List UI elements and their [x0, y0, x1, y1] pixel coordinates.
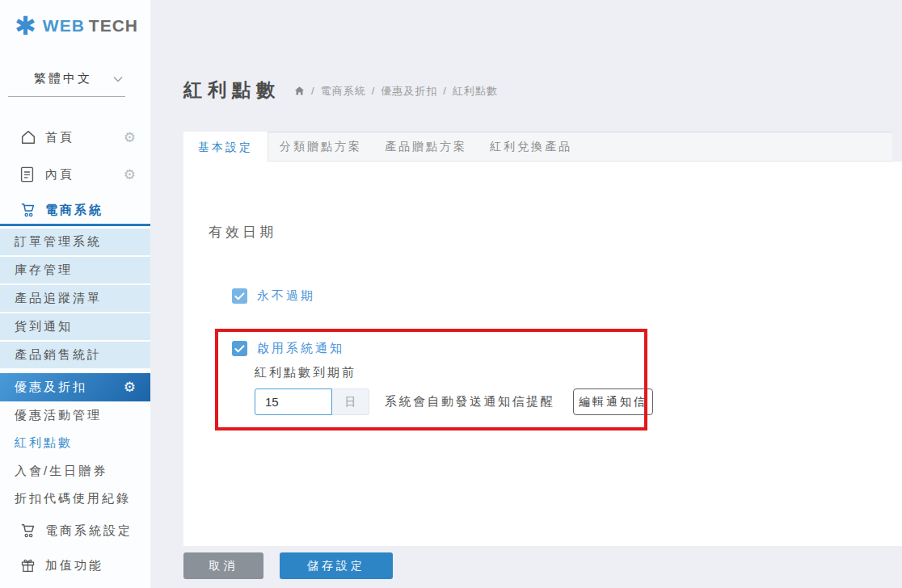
sidebar-subitem-bonus-points[interactable]: 紅利點數	[0, 429, 150, 456]
breadcrumb: / 電商系統 / 優惠及折扣 / 紅利點數	[293, 84, 498, 99]
language-underline	[8, 96, 125, 97]
home-icon	[19, 128, 37, 146]
sidebar-subitem-product-tracking[interactable]: 產品追蹤清單	[0, 285, 150, 312]
never-expire-checkbox-row[interactable]: 永不過期	[232, 288, 315, 304]
sidebar-subitem-sales-stats[interactable]: 產品銷售統計	[0, 342, 150, 368]
home-icon[interactable]	[293, 85, 306, 97]
sidebar-item-label: 加值功能	[45, 558, 103, 573]
sidebar: ✱ WEB TECH 繁體中文 首頁 ⚙ 內頁 ⚙ 電	[0, 0, 150, 588]
breadcrumb-separator: /	[443, 85, 447, 97]
breadcrumb-separator: /	[372, 85, 376, 97]
sidebar-item-ecommerce-settings[interactable]: 電商系統設定	[0, 516, 150, 545]
cart-icon	[19, 523, 37, 539]
checkbox-checked-icon[interactable]	[232, 288, 247, 304]
sidebar-subitem-membership-birthday-coupon[interactable]: 入會/生日贈券	[0, 457, 150, 485]
never-expire-label: 永不過期	[257, 288, 315, 304]
tab-bar: 基本設定 分類贈點方案 產品贈點方案 紅利兌換產品	[183, 132, 892, 162]
chevron-down-icon	[113, 76, 123, 82]
sidebar-subitem-arrival-notice[interactable]: 貨到通知	[0, 313, 150, 340]
tab-basic-settings[interactable]: 基本設定	[183, 132, 268, 163]
notify-days-row: 日 系統會自動發送通知信提醒 編輯通知信	[255, 388, 653, 415]
asterisk-icon: ✱	[15, 11, 36, 40]
sidebar-item-label: 電商系統設定	[45, 523, 133, 539]
footer-action-bar: 取消 儲存設定	[150, 546, 902, 588]
tab-category-bonus-plan[interactable]: 分類贈點方案	[268, 132, 373, 161]
gear-icon[interactable]: ⚙	[124, 380, 136, 394]
sidebar-item-inner-pages[interactable]: 內頁 ⚙	[0, 160, 150, 189]
sidebar-subitem-order-management[interactable]: 訂單管理系統	[0, 229, 150, 255]
sidebar-item-label: 首頁	[45, 130, 74, 145]
system-notify-label: 啟用系統通知	[257, 341, 344, 356]
notify-hint-text: 系統會自動發送通知信提醒	[385, 394, 554, 410]
tab-bonus-redeem-products[interactable]: 紅利兌換產品	[478, 132, 584, 161]
checkbox-checked-icon[interactable]	[232, 341, 247, 356]
language-selector[interactable]: 繁體中文	[34, 71, 123, 86]
gear-icon[interactable]: ⚙	[124, 131, 136, 145]
language-value: 繁體中文	[34, 71, 92, 86]
tab-product-bonus-plan[interactable]: 產品贈點方案	[373, 132, 478, 161]
breadcrumb-item-ecommerce[interactable]: 電商系統	[321, 84, 366, 99]
sidebar-subitem-discounts[interactable]: 優惠及折扣 ⚙	[0, 373, 150, 401]
screen: ✱ WEB TECH 繁體中文 首頁 ⚙ 內頁 ⚙ 電	[0, 0, 902, 588]
page-title: 紅利點數	[183, 79, 280, 102]
before-expire-label: 紅利點數到期前	[255, 365, 356, 380]
section-title-valid-date: 有效日期	[209, 223, 276, 242]
settings-panel: 有效日期 永不過期 啟用系統通知 紅利點數到期前 日 系統會自動發送通知信提醒 …	[183, 162, 902, 546]
save-settings-button[interactable]: 儲存設定	[280, 552, 393, 579]
edit-notification-mail-button[interactable]: 編輯通知信	[573, 388, 653, 415]
sidebar-subitem-inventory[interactable]: 庫存管理	[0, 257, 150, 284]
cancel-button[interactable]: 取消	[183, 552, 263, 579]
sidebar-item-ecommerce[interactable]: 電商系統	[0, 195, 150, 225]
cart-icon	[19, 202, 37, 218]
sidebar-item-label: 內頁	[45, 167, 74, 183]
page-icon	[19, 166, 35, 183]
sidebar-subitem-promo-management[interactable]: 優惠活動管理	[0, 401, 150, 429]
sidebar-item-addons[interactable]: 加值功能	[0, 551, 150, 580]
breadcrumb-item-discounts[interactable]: 優惠及折扣	[381, 84, 437, 99]
system-notify-checkbox-row[interactable]: 啟用系統通知	[232, 341, 344, 356]
breadcrumb-separator: /	[311, 85, 315, 97]
sidebar-subitem-discount-code-history[interactable]: 折扣代碼使用紀錄	[0, 485, 150, 512]
sidebar-item-home[interactable]: 首頁 ⚙	[0, 123, 150, 152]
breadcrumb-item-bonus-points[interactable]: 紅利點數	[453, 84, 498, 99]
brand-word-primary: WEB	[43, 16, 85, 36]
days-unit-addon: 日	[332, 388, 369, 415]
brand-logo: ✱ WEB TECH	[15, 11, 138, 40]
gift-icon	[19, 557, 36, 574]
sidebar-item-label: 優惠及折扣	[15, 380, 87, 395]
sidebar-item-label: 電商系統	[45, 203, 103, 218]
notify-days-input[interactable]	[255, 388, 332, 415]
brand-word-secondary: TECH	[89, 16, 138, 36]
active-section-divider	[0, 224, 150, 226]
main-area: 紅利點數 / 電商系統 / 優惠及折扣 / 紅利點數 基本設定 分類贈點方案 產…	[150, 0, 902, 588]
gear-icon[interactable]: ⚙	[124, 168, 136, 182]
